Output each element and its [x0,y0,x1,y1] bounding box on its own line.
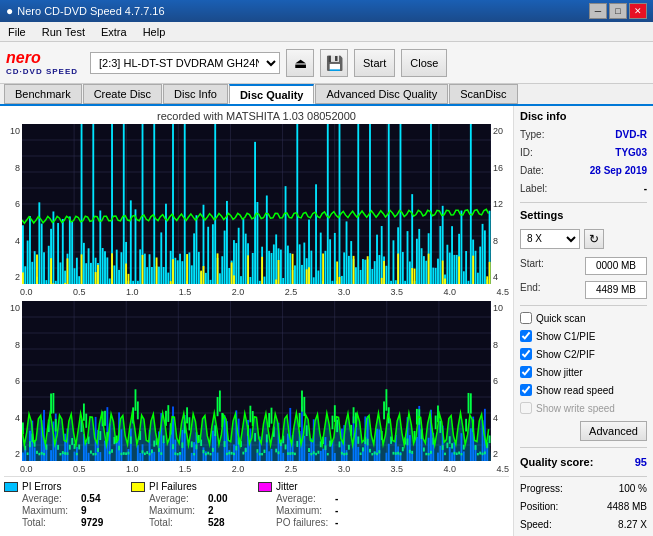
show-jitter-checkbox[interactable] [520,366,532,378]
window-title: Nero CD-DVD Speed 4.7.7.16 [17,5,164,17]
legend-color-jitter [258,482,272,492]
progress-value: 100 % [619,482,647,496]
show-jitter-row: Show jitter [520,366,647,378]
speed-row: Speed: 8.27 X [520,518,647,532]
speed-label: Speed: [520,518,552,532]
drive-select[interactable]: [2:3] HL-DT-ST DVDRAM GH24NSD0 LH00 [90,52,280,74]
disc-date-label: Date: [520,164,544,178]
menu-file[interactable]: File [4,25,30,39]
quality-score-value: 95 [635,456,647,468]
start-button[interactable]: Start [354,49,395,77]
start-row: Start: [520,257,647,275]
pi-errors-max-value: 9 [81,505,111,516]
pi-errors-total-value: 9729 [81,517,111,528]
start-label: Start: [520,257,544,275]
pi-failures-max-value: 2 [208,505,238,516]
legend-pi-failures: PI Failures Average: 0.00 Maximum: 2 Tot… [131,481,238,528]
x-axis-bottom: 0.00.51.01.52.0 2.53.03.54.04.5 [4,464,509,474]
logo-sub: CD·DVD SPEED [6,67,78,76]
show-c1-pie-checkbox[interactable] [520,330,532,342]
tabs: Benchmark Create Disc Disc Info Disc Qua… [0,84,653,106]
position-value: 4488 MB [607,500,647,514]
pi-errors-avg-label: Average: [22,493,77,504]
jitter-max-label: Maximum: [276,505,331,516]
show-c1-pie-row: Show C1/PIE [520,330,647,342]
pi-failures-avg-value: 0.00 [208,493,238,504]
close-button[interactable]: ✕ [629,3,647,19]
end-row: End: [520,281,647,299]
end-input[interactable] [585,281,647,299]
show-c2-pif-row: Show C2/PIF [520,348,647,360]
quick-scan-checkbox[interactable] [520,312,532,324]
start-input[interactable] [585,257,647,275]
chart-title: recorded with MATSHITA 1.03 08052000 [4,110,509,122]
pi-failures-total-value: 528 [208,517,238,528]
y-axis-bottom-left: 108642 [4,301,20,461]
disc-id-label: ID: [520,146,533,160]
show-write-speed-row: Show write speed [520,402,647,414]
tab-create-disc[interactable]: Create Disc [83,84,162,104]
advanced-button[interactable]: Advanced [580,421,647,441]
chart-top [22,124,491,284]
tab-disc-info[interactable]: Disc Info [163,84,228,104]
logo-nero: nero [6,49,41,67]
show-read-speed-row: Show read speed [520,384,647,396]
pi-errors-avg-value: 0.54 [81,493,111,504]
pi-failures-max-label: Maximum: [149,505,204,516]
quality-score-label: Quality score: [520,456,593,468]
quick-scan-label: Quick scan [536,313,585,324]
tab-benchmark[interactable]: Benchmark [4,84,82,104]
minimize-button[interactable]: ─ [589,3,607,19]
jitter-avg-label: Average: [276,493,331,504]
title-bar: ● Nero CD-DVD Speed 4.7.7.16 ─ □ ✕ [0,0,653,22]
speed-value: 8.27 X [618,518,647,532]
legend-color-pi-failures [131,482,145,492]
close-app-button[interactable]: Close [401,49,447,77]
disc-label-row: Label: - [520,182,647,196]
tab-disc-quality[interactable]: Disc Quality [229,84,315,104]
refresh-button[interactable]: ↻ [584,229,604,249]
po-failures-value: - [335,517,365,528]
progress-label: Progress: [520,482,563,496]
right-panel: Disc info Type: DVD-R ID: TYG03 Date: 28… [513,106,653,536]
menu-extra[interactable]: Extra [97,25,131,39]
legend-jitter: Jitter Average: - Maximum: - PO failures… [258,481,365,528]
eject-button[interactable]: ⏏ [286,49,314,77]
disc-date-value: 28 Sep 2019 [590,164,647,178]
menu-run-test[interactable]: Run Test [38,25,89,39]
x-axis-top: 0.00.51.01.52.0 2.53.03.54.04.5 [4,287,509,297]
legend-label-pi-failures: PI Failures [149,481,197,492]
pi-failures-total-label: Total: [149,517,204,528]
pi-errors-max-label: Maximum: [22,505,77,516]
maximize-button[interactable]: □ [609,3,627,19]
tab-advanced-disc-quality[interactable]: Advanced Disc Quality [315,84,448,104]
logo: nero CD·DVD SPEED [6,49,78,76]
divider-2 [520,305,647,306]
disc-date-row: Date: 28 Sep 2019 [520,164,647,178]
menu-bar: File Run Test Extra Help [0,22,653,42]
progress-row: Progress: 100 % [520,482,647,496]
position-label: Position: [520,500,558,514]
show-c1-pie-label: Show C1/PIE [536,331,595,342]
legend-color-pi-errors [4,482,18,492]
tab-scan-disc[interactable]: ScanDisc [449,84,517,104]
save-button[interactable]: 💾 [320,49,348,77]
show-read-speed-label: Show read speed [536,385,614,396]
y-axis-top-left: 108642 [4,124,20,284]
show-jitter-label: Show jitter [536,367,583,378]
pi-failures-avg-label: Average: [149,493,204,504]
speed-select[interactable]: 8 X [520,229,580,249]
show-read-speed-checkbox[interactable] [520,384,532,396]
disc-id-row: ID: TYG03 [520,146,647,160]
pi-errors-total-label: Total: [22,517,77,528]
y-axis-bottom-right: 108642 [493,301,509,461]
disc-type-label: Type: [520,128,544,142]
chart-area: recorded with MATSHITA 1.03 08052000 108… [0,106,513,536]
disc-label-label: Label: [520,182,547,196]
app-icon: ● [6,4,13,18]
disc-info-title: Disc info [520,110,647,122]
menu-help[interactable]: Help [139,25,170,39]
show-write-speed-checkbox[interactable] [520,402,532,414]
main-content: recorded with MATSHITA 1.03 08052000 108… [0,106,653,536]
show-c2-pif-checkbox[interactable] [520,348,532,360]
